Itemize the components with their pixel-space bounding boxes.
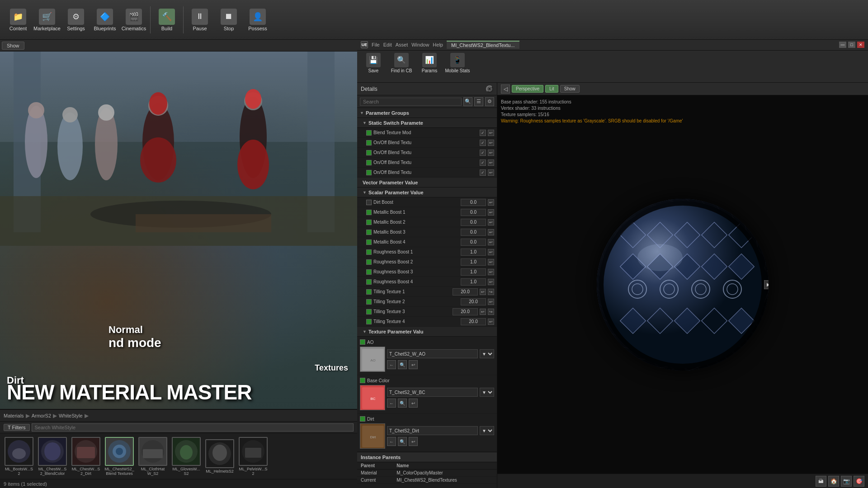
scalar-check-till1[interactable] (366, 289, 372, 295)
scalar-reset-rough2[interactable]: ↩ (488, 259, 494, 265)
scalar-check-rough4[interactable] (366, 279, 372, 285)
scalar-check-rough1[interactable] (366, 249, 372, 255)
search-icon-button[interactable]: 🔍 (463, 97, 472, 106)
toolbar-content-btn[interactable]: 📁 Content (4, 3, 33, 37)
asset-gloves[interactable]: ML_GlovesW...S2 (171, 437, 202, 476)
scalar-value-till2[interactable]: 20.0 (461, 298, 486, 305)
scalar-reset-till1[interactable]: ↩ (480, 289, 486, 295)
scalar-check-till4[interactable] (366, 319, 372, 324)
static-action-4[interactable]: ↩ (488, 169, 494, 176)
tex-bc-search-btn[interactable]: 🔍 (398, 399, 407, 408)
scalar-reset-met3[interactable]: ↩ (488, 229, 494, 235)
asset-chesttextures[interactable]: ML_ChestWS2_Blend Textures (104, 437, 135, 476)
section-vector-param[interactable]: Vector Parameter Value (357, 178, 497, 188)
tex-bc-name-box[interactable]: T_ChetS2_W_BC (387, 388, 478, 397)
scalar-value-rough2[interactable]: 1.0 (461, 258, 486, 266)
asset-pelvis[interactable]: ML_PelvisW...S2 (238, 437, 269, 476)
tex-dirt-nav-btn[interactable]: ← (387, 437, 396, 446)
toolbar-blueprints-btn[interactable]: 🔷 Blueprints (90, 3, 119, 37)
static-check-3[interactable] (366, 160, 372, 165)
viewport[interactable]: Textures Normal nd mode Dirt NEW MATERIA… (0, 52, 357, 409)
scalar-reset-met2[interactable]: ↩ (488, 219, 494, 225)
scalar-reset-rough3[interactable]: ↩ (488, 269, 494, 275)
asset-chestblend[interactable]: ML_ChestW...S2_BlendColor (37, 437, 68, 476)
asset-helmets[interactable]: ML_HelmetsS2 (204, 439, 235, 474)
tex-dirt-name-box[interactable]: T_ChetS2_Dirt (387, 426, 478, 435)
tex-bc-select[interactable]: ▼ (480, 388, 494, 397)
scalar-action-till1[interactable]: ↪ (488, 289, 494, 295)
tex-dirt-check[interactable] (360, 416, 365, 422)
scalar-action-till3[interactable]: ↪ (488, 309, 494, 315)
scalar-check-rough2[interactable] (366, 259, 372, 265)
asset-menu[interactable]: Asset (396, 42, 408, 47)
scalar-reset-rough1[interactable]: ↩ (488, 249, 494, 255)
tex-dirt-reset-btn[interactable]: ↩ (409, 437, 418, 446)
scalar-reset-rough4[interactable]: ↩ (488, 279, 494, 285)
toolbar-pause-btn[interactable]: ⏸ Pause (185, 3, 214, 37)
sphere-nav-right[interactable]: ▶ (764, 280, 769, 289)
static-reset-2[interactable]: ✓ (480, 150, 486, 156)
scalar-check-till3[interactable] (366, 309, 372, 314)
find-in-cb-button[interactable]: 🔍 Find in CB (389, 53, 414, 80)
static-check-1[interactable] (366, 140, 372, 145)
scalar-value-rough1[interactable]: 1.0 (461, 249, 486, 256)
file-menu[interactable]: File (372, 42, 380, 47)
minimize-button[interactable]: — (839, 42, 846, 48)
section-scalar-param[interactable]: ▼ Scalar Parameter Value (357, 188, 497, 197)
section-texture-param[interactable]: ▼ Texture Parameter Valu (357, 327, 497, 337)
close-button[interactable]: ✕ (857, 42, 864, 48)
static-reset-3[interactable]: ✓ (480, 160, 486, 166)
asset-clothhat[interactable]: ML_ClothHat W_S2 (137, 437, 168, 476)
section-parameter-groups[interactable]: ▼ Parameter Groups (357, 108, 497, 118)
scalar-reset-till3[interactable]: ↩ (480, 309, 486, 315)
tex-bc-nav-btn[interactable]: ← (387, 399, 396, 408)
tex-dirt-select[interactable]: ▼ (480, 426, 494, 435)
preview-expand-btn[interactable]: ◁ (501, 84, 510, 94)
tex-bc-check[interactable] (360, 378, 365, 383)
breadcrumb-materials[interactable]: Materials (4, 413, 24, 418)
scalar-value-rough3[interactable]: 1.0 (461, 268, 486, 276)
tex-ao-check[interactable] (360, 339, 365, 345)
tex-bc-reset-btn[interactable]: ↩ (409, 399, 418, 408)
scalar-value-met1[interactable]: 0.0 (461, 209, 486, 216)
search-whitestyle-input[interactable] (32, 423, 354, 432)
static-action-1[interactable]: ↩ (488, 140, 494, 146)
lit-button[interactable]: Lit (545, 85, 558, 93)
breadcrumb-whitestyle[interactable]: WhiteStyle (59, 413, 83, 418)
static-check-2[interactable] (366, 150, 372, 155)
filter-button[interactable]: T Filters (4, 424, 30, 431)
details-search-input[interactable] (360, 98, 462, 106)
tex-ao-reset-btn[interactable]: ↩ (409, 360, 418, 369)
nav-btn-2[interactable]: 🏠 (828, 476, 839, 487)
details-close-button[interactable]: ✕ (486, 85, 493, 93)
static-reset-0[interactable]: ✓ (480, 130, 486, 136)
params-button[interactable]: 📊 Params (417, 53, 442, 80)
settings-view-button[interactable]: ⚙ (485, 97, 494, 106)
scalar-check-dirt[interactable] (366, 200, 372, 205)
scalar-value-met2[interactable]: 0.0 (461, 219, 486, 226)
static-reset-1[interactable]: ✓ (480, 140, 486, 146)
scalar-check-met2[interactable] (366, 220, 372, 225)
asset-chestdirt[interactable]: ML_ChestW...S2_Dirt (71, 437, 101, 476)
tex-ao-nav-btn[interactable]: ← (387, 360, 396, 369)
scalar-value-dirt[interactable]: 0.0 (461, 199, 486, 206)
nav-btn-4[interactable]: 🎯 (854, 476, 864, 487)
scalar-reset-met1[interactable]: ↩ (488, 209, 494, 216)
save-button[interactable]: 💾 Save (361, 53, 386, 80)
maximize-button[interactable]: □ (848, 42, 855, 48)
scalar-value-met4[interactable]: 0.0 (461, 239, 486, 246)
scalar-value-rough4[interactable]: 1.0 (461, 278, 486, 286)
scalar-reset-till4[interactable]: ↩ (488, 319, 494, 325)
scalar-reset-till2[interactable]: ↩ (488, 299, 494, 305)
scalar-check-met1[interactable] (366, 210, 372, 215)
scalar-reset-dirt[interactable]: ↩ (488, 199, 494, 206)
tex-ao-select[interactable]: ▼ (480, 349, 494, 358)
toolbar-cinematics-btn[interactable]: 🎬 Cinematics (119, 3, 148, 37)
scalar-value-met3[interactable]: 0.0 (461, 229, 486, 236)
window-menu[interactable]: Window (411, 42, 429, 47)
scalar-check-rough3[interactable] (366, 269, 372, 275)
tex-ao-name-box[interactable]: T_ChetS2_W_AO (387, 349, 478, 358)
toolbar-build-btn[interactable]: 🔨 Build (152, 3, 181, 37)
static-check-4[interactable] (366, 170, 372, 175)
tex-dirt-search-btn[interactable]: 🔍 (398, 437, 407, 446)
